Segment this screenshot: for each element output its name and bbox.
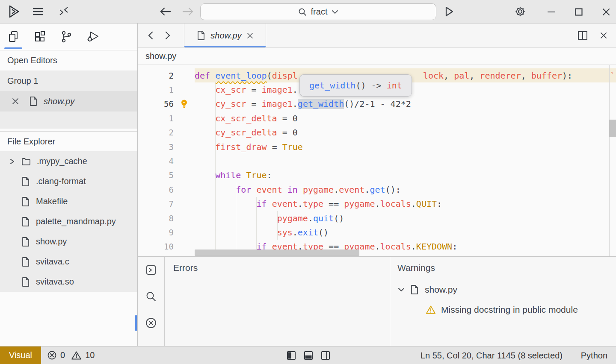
editor-area: show.py — [138, 23, 616, 256]
code-line[interactable]: 5 while True: — [138, 168, 616, 182]
file-row-svitava-c[interactable]: svitava.c — [0, 252, 137, 272]
line-number: 3 — [138, 140, 174, 154]
sidebar-tab-plugins[interactable] — [27, 23, 53, 50]
file-explorer-label: File Explorer — [7, 137, 55, 147]
warning-item[interactable]: Missing docstring in public module — [426, 305, 616, 315]
search-panel-icon[interactable] — [145, 290, 157, 303]
line-number: 9 — [138, 225, 174, 239]
toggle-left-panel-icon[interactable] — [287, 351, 296, 360]
indent-guide — [236, 211, 236, 225]
close-editor-icon[interactable] — [12, 98, 19, 105]
code-token: event — [272, 199, 298, 209]
code-token: () — [334, 213, 344, 223]
code-line[interactable]: 2 cy_scr_delta = 0 — [138, 126, 616, 140]
file-row-makefile[interactable]: Makefile — [0, 191, 137, 211]
indent-guide — [215, 197, 216, 211]
code-token: in — [287, 185, 298, 195]
tab-show-py[interactable]: show.py — [184, 23, 266, 47]
breadcrumb[interactable]: show.py — [138, 48, 616, 65]
problems-panel-icon[interactable] — [145, 317, 157, 329]
gutter-spacer — [174, 140, 195, 154]
lightbulb-icon[interactable] — [174, 97, 195, 111]
tab-back-icon[interactable] — [147, 31, 154, 40]
code-text: for event in pygame.event.get(): — [195, 182, 616, 197]
sidebar-tab-source-control[interactable] — [53, 23, 80, 50]
sidebar-tab-file-explorer[interactable] — [0, 23, 27, 50]
indent-guide — [215, 126, 216, 140]
split-editor-icon[interactable] — [578, 31, 588, 40]
indent-guide — [256, 225, 257, 239]
code-line[interactable]: 6 for event in pygame.event.get(): — [138, 182, 616, 197]
code-line[interactable]: 7 if event.type == pygame.locals.QUIT: — [138, 197, 616, 211]
file-row--mypy-cache[interactable]: .mypy_cache — [0, 151, 137, 171]
code-token: (): — [385, 185, 401, 195]
code-token: . — [293, 85, 298, 95]
code-token: cx_scr_delta — [215, 113, 277, 123]
sidebar-tab-debug[interactable] — [80, 23, 106, 50]
cursor-position[interactable]: Ln 55, Col 20, Char 1145 (8 selected) — [421, 351, 563, 361]
search-value: fract — [311, 7, 328, 17]
code-text: cy_scr = image1.get_width()/2-1 - 42*2 — [195, 97, 616, 111]
file-row--clang-format[interactable]: .clang-format — [0, 171, 137, 191]
code-token: int — [387, 80, 402, 91]
code-token: first_draw — [215, 142, 267, 152]
code-line[interactable]: 9 sys.exit() — [138, 225, 616, 239]
file-row-svitava-so[interactable]: svitava.so — [0, 272, 137, 292]
code-token: = — [277, 127, 293, 138]
editor-group-header[interactable]: Group 1 — [0, 70, 137, 91]
back-icon[interactable] — [159, 7, 171, 16]
settings-gear-icon[interactable] — [514, 6, 526, 18]
horizontal-scrollbar-thumb[interactable] — [195, 250, 359, 256]
warning-file-row[interactable]: show.py — [397, 285, 616, 295]
vertical-scrollbar-track[interactable] — [609, 65, 610, 256]
code-line[interactable]: 8 pygame.quit() — [138, 211, 616, 225]
code-token: lock — [423, 70, 444, 81]
tab-close-icon[interactable] — [247, 32, 253, 39]
terminal-panel-icon[interactable] — [145, 264, 157, 276]
vertical-scrollbar-thumb[interactable] — [609, 120, 616, 137]
open-editors-header: Open Editors — [0, 50, 137, 70]
code-token: . — [411, 241, 416, 252]
diagnostics-summary[interactable]: 0 10 — [47, 350, 95, 360]
indent-guide — [277, 225, 278, 239]
code-token: cx_scr — [215, 85, 246, 95]
tab-label: show.py — [210, 31, 241, 41]
tab-forward-icon[interactable] — [164, 31, 171, 40]
errors-panel: Errors — [165, 257, 390, 346]
remote-connection-icon[interactable] — [56, 4, 71, 19]
code-token: True — [282, 142, 303, 152]
toggle-right-panel-icon[interactable] — [321, 351, 330, 360]
status-bar: Visual 0 10 — [0, 346, 616, 364]
close-window-icon[interactable] — [601, 7, 611, 17]
file-row-palette-mandmap-py[interactable]: palette_mandmap.py — [0, 211, 137, 232]
editor-mode-badge[interactable]: Visual — [0, 346, 41, 364]
code-token: event — [257, 185, 282, 195]
lapce-window: fract — [0, 0, 616, 364]
code-line[interactable]: 4 — [138, 154, 616, 168]
open-editor-item[interactable]: show.py — [0, 91, 137, 112]
file-row-show-py[interactable]: show.py — [0, 232, 137, 252]
code-line[interactable]: 1 cx_scr_delta = 0 — [138, 111, 616, 125]
file-explorer-header: File Explorer — [0, 131, 137, 151]
indent-guide — [256, 197, 257, 211]
language-indicator[interactable]: Python — [581, 351, 607, 361]
code-line[interactable]: 3 first_draw = True — [138, 140, 616, 154]
code-editor[interactable]: 2def event_loop(displlock, pal, renderer… — [138, 65, 616, 256]
menu-icon[interactable] — [31, 4, 45, 19]
toggle-bottom-panel-icon[interactable] — [304, 351, 313, 360]
warning-filename: show.py — [425, 285, 457, 295]
code-token: quit — [313, 213, 334, 223]
minimize-icon[interactable] — [547, 7, 556, 17]
gutter-spacer — [174, 182, 195, 197]
forward-icon[interactable] — [182, 7, 194, 16]
command-palette-search[interactable]: fract — [200, 3, 436, 20]
close-editor-group-icon[interactable] — [600, 32, 607, 39]
indent-guide — [236, 182, 236, 197]
code-text — [195, 154, 616, 168]
indent-guide — [215, 111, 216, 125]
maximize-icon[interactable] — [574, 7, 583, 17]
code-line[interactable]: 56 cy_scr = image1.get_width()/2-1 - 42*… — [138, 97, 616, 111]
run-icon[interactable] — [444, 6, 454, 17]
line-number: 8 — [138, 211, 174, 225]
code-token: pygame — [344, 199, 375, 209]
